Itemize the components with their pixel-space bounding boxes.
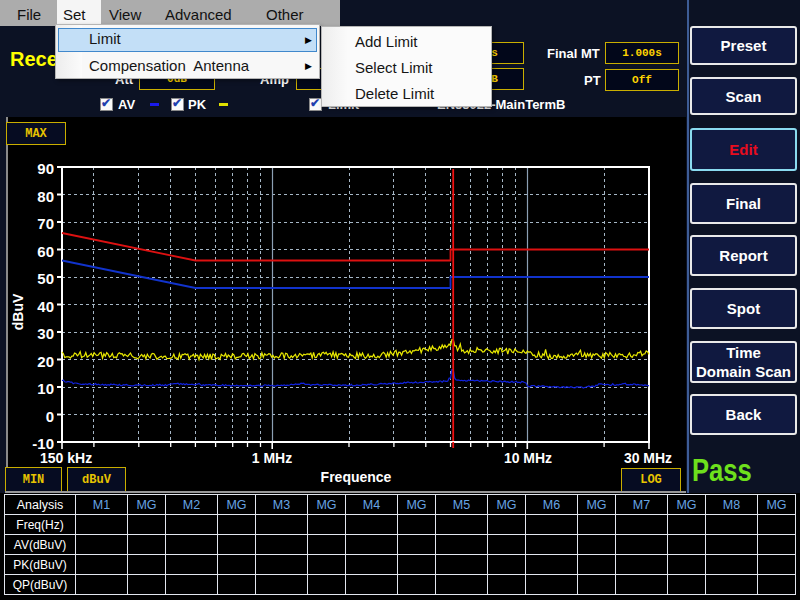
svg-text:150 kHz: 150 kHz [40, 450, 92, 466]
svg-text:90: 90 [37, 160, 54, 177]
svg-text:30 MHz: 30 MHz [624, 450, 672, 466]
svg-text:80: 80 [37, 188, 54, 205]
svg-text:10: 10 [37, 380, 54, 397]
svg-text:Frequence: Frequence [321, 469, 392, 485]
svg-text:1 MHz: 1 MHz [252, 450, 292, 466]
svg-text:0: 0 [46, 408, 54, 425]
svg-text:60: 60 [37, 243, 54, 260]
svg-text:40: 40 [37, 298, 54, 315]
svg-text:dBuV: dBuV [10, 293, 26, 330]
svg-text:30: 30 [37, 325, 54, 342]
svg-text:20: 20 [37, 353, 54, 370]
svg-text:50: 50 [37, 270, 54, 287]
svg-text:70: 70 [37, 215, 54, 232]
svg-text:10 MHz: 10 MHz [504, 450, 552, 466]
